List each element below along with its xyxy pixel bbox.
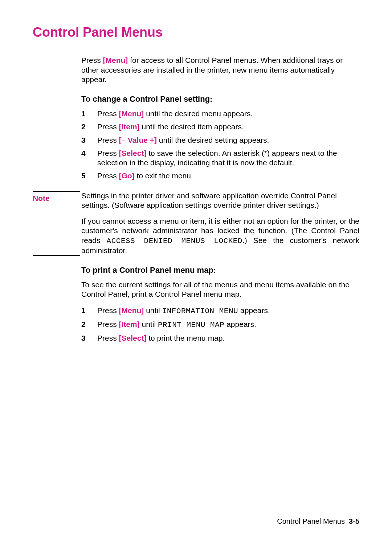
page-number: 3-5 bbox=[349, 517, 359, 525]
step-item: 3 Press [– Value +] until the desired se… bbox=[81, 135, 359, 145]
step-pre: Press bbox=[97, 320, 119, 328]
page-title: Control Panel Menus bbox=[33, 25, 359, 40]
step-mid: until bbox=[140, 320, 158, 328]
value-key: [– Value +] bbox=[119, 136, 157, 144]
step-pre: Press bbox=[97, 136, 119, 144]
step-pre: Press bbox=[97, 306, 119, 315]
step-post: until the desired menu appears. bbox=[144, 109, 253, 118]
intro-paragraph: Press [Menu] for access to all Control P… bbox=[81, 56, 359, 84]
step-item: 2 Press [Item] until the desired item ap… bbox=[81, 122, 359, 131]
display-text: INFORMATION MENU bbox=[162, 307, 238, 315]
step-item: 4 Press [Select] to save the selection. … bbox=[81, 149, 359, 168]
step-item: 5 Press [Go] to exit the menu. bbox=[81, 171, 359, 181]
note-rule-top bbox=[33, 191, 80, 192]
display-text: ACCESS DENIED MENUS LOCKED bbox=[107, 237, 242, 245]
step-pre: Press bbox=[97, 109, 119, 118]
note-paragraph-2: If you cannot access a menu or item, it … bbox=[81, 216, 359, 255]
section2-intro: To see the current settings for all of t… bbox=[81, 280, 359, 299]
step-number: 1 bbox=[81, 306, 91, 315]
note-label: Note bbox=[33, 194, 80, 203]
note-rule-bottom bbox=[33, 255, 80, 256]
step-item: 3 Press [Select] to print the menu map. bbox=[81, 333, 359, 343]
step-pre: Press bbox=[97, 122, 119, 131]
step-item: 2 Press [Item] until PRINT MENU MAP appe… bbox=[81, 320, 359, 330]
section2-steps: 1 Press [Menu] until INFORMATION MENU ap… bbox=[81, 306, 359, 343]
step-pre: Press bbox=[97, 171, 119, 180]
section2-heading: To print a Control Panel menu map: bbox=[81, 266, 359, 275]
step-post: until the desired item appears. bbox=[140, 122, 244, 131]
step-pre: Press bbox=[97, 334, 119, 342]
intro-pre: Press bbox=[81, 56, 103, 64]
step-post: to exit the menu. bbox=[135, 171, 193, 180]
step-post: to print the menu map. bbox=[146, 334, 225, 342]
step-number: 4 bbox=[81, 149, 91, 158]
step-number: 5 bbox=[81, 171, 91, 181]
step-mid: until bbox=[144, 306, 162, 315]
item-key: [Item] bbox=[119, 122, 140, 131]
step-number: 2 bbox=[81, 320, 91, 329]
step-number: 3 bbox=[81, 333, 91, 343]
step-pre: Press bbox=[97, 149, 119, 157]
note-paragraph-1: Settings in the printer driver and softw… bbox=[81, 191, 359, 210]
step-post: until the desired setting appears. bbox=[157, 136, 269, 144]
select-key: [Select] bbox=[119, 334, 147, 342]
step-number: 1 bbox=[81, 109, 91, 118]
content-column: Press [Menu] for access to all Control P… bbox=[81, 56, 359, 181]
step-post: appears. bbox=[238, 306, 270, 315]
menu-key: [Menu] bbox=[103, 56, 128, 64]
note-block: Note Settings in the printer driver and … bbox=[33, 191, 359, 256]
step-post: appears. bbox=[224, 320, 256, 328]
step-item: 1 Press [Menu] until the desired menu ap… bbox=[81, 109, 359, 118]
page-footer: Control Panel Menus 3-5 bbox=[277, 517, 359, 526]
section1-heading: To change a Control Panel setting: bbox=[81, 94, 359, 104]
menu-key: [Menu] bbox=[119, 109, 144, 118]
item-key: [Item] bbox=[119, 320, 140, 328]
display-text: PRINT MENU MAP bbox=[158, 321, 224, 329]
footer-text: Control Panel Menus bbox=[277, 517, 345, 525]
note-body: Settings in the printer driver and softw… bbox=[81, 191, 359, 256]
step-number: 3 bbox=[81, 135, 91, 145]
section1-steps: 1 Press [Menu] until the desired menu ap… bbox=[81, 109, 359, 181]
go-key: [Go] bbox=[119, 171, 135, 180]
page: Control Panel Menus Press [Menu] for acc… bbox=[0, 0, 392, 543]
step-number: 2 bbox=[81, 122, 91, 131]
content-column: To print a Control Panel menu map: To se… bbox=[81, 266, 359, 343]
menu-key: [Menu] bbox=[119, 306, 144, 315]
select-key: [Select] bbox=[119, 149, 147, 157]
step-item: 1 Press [Menu] until INFORMATION MENU ap… bbox=[81, 306, 359, 316]
